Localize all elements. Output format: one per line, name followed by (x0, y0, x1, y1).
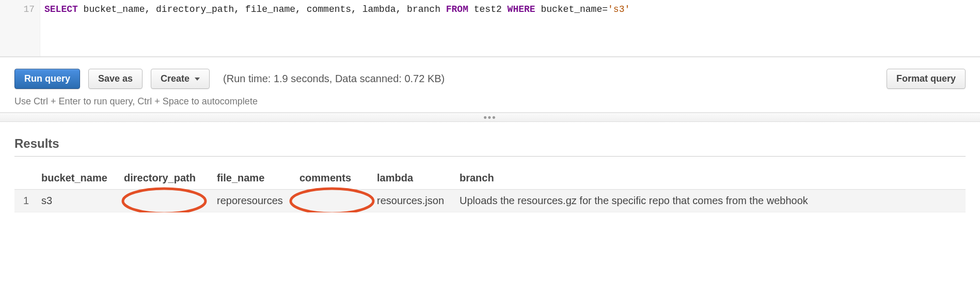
query-status-text: (Run time: 1.9 seconds, Data scanned: 0.… (223, 73, 445, 85)
results-table: bucket_name directory_path file_name com… (14, 167, 966, 212)
sql-keyword-select: SELECT (44, 4, 78, 14)
sql-keyword-where: WHERE (508, 4, 535, 14)
results-title: Results (14, 136, 966, 157)
create-button-label: Create (161, 73, 189, 84)
svg-point-1 (291, 189, 373, 213)
sql-editor[interactable]: 17 SELECT bucket_name, directory_path, f… (0, 0, 980, 57)
line-number: 17 (0, 3, 40, 16)
sql-table: test2 (468, 4, 508, 14)
keyboard-hint: Use Ctrl + Enter to run query, Ctrl + Sp… (14, 96, 966, 107)
cell-comments (293, 190, 371, 212)
run-query-button[interactable]: Run query (14, 69, 80, 89)
pane-splitter[interactable]: ••• (0, 113, 980, 122)
cell-rownum: 1 (14, 190, 35, 212)
annotation-circle-icon (120, 187, 208, 213)
col-header-lambda[interactable]: lambda (371, 167, 453, 190)
sql-keyword-from: FROM (446, 4, 468, 14)
sql-columns: bucket_name, directory_path, file_name, … (78, 4, 446, 14)
col-header-file_name[interactable]: file_name (211, 167, 293, 190)
results-pane: Results bucket_name directory_path file_… (0, 122, 980, 212)
cell-directory_path (118, 190, 211, 212)
col-header-comments[interactable]: comments (293, 167, 371, 190)
editor-gutter: 17 (0, 0, 40, 56)
query-toolbar: Run query Save as Create (Run time: 1.9 … (0, 57, 980, 113)
table-header-row: bucket_name directory_path file_name com… (14, 167, 966, 190)
col-header-bucket_name[interactable]: bucket_name (35, 167, 118, 190)
sql-cond-right: 's3' (608, 4, 630, 14)
col-header-rownum (14, 167, 35, 190)
format-query-button[interactable]: Format query (887, 69, 966, 89)
cell-file_name: reporesources (211, 190, 293, 212)
svg-point-0 (123, 189, 206, 213)
save-as-button[interactable]: Save as (88, 69, 143, 89)
cell-bucket_name: s3 (35, 190, 118, 212)
col-header-directory_path[interactable]: directory_path (118, 167, 211, 190)
cell-branch: Uploads the resources.gz for the specifi… (453, 190, 966, 212)
create-button[interactable]: Create (151, 69, 210, 89)
splitter-dots-icon: ••• (484, 112, 497, 123)
table-row[interactable]: 1 s3 reporesources resources.json Upload (14, 190, 966, 212)
cell-lambda: resources.json (371, 190, 453, 212)
col-header-branch[interactable]: branch (453, 167, 966, 190)
sql-cond-left: bucket_name (535, 4, 603, 14)
annotation-circle-icon (288, 187, 376, 213)
editor-code[interactable]: SELECT bucket_name, directory_path, file… (40, 0, 980, 56)
sql-eq: = (602, 4, 608, 14)
